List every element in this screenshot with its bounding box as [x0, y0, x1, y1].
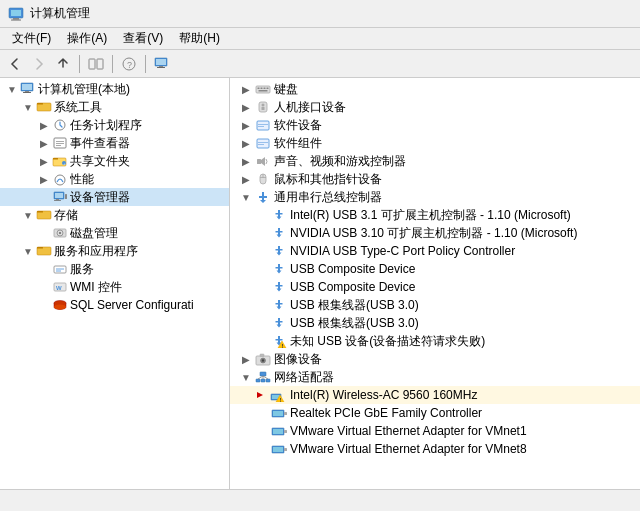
r-toggle-usb-controller[interactable]: ▼: [238, 189, 254, 205]
svg-rect-10: [159, 66, 163, 67]
toggle-device[interactable]: [36, 189, 52, 205]
r-toggle-sound[interactable]: ▶: [238, 153, 254, 169]
tree-item-sql[interactable]: SQL Server Configurati: [0, 296, 229, 314]
r-label-keyboard: 键盘: [274, 81, 298, 98]
r-item-mouse[interactable]: ▶ 鼠标和其他指针设备: [230, 170, 640, 188]
toggle-tasks[interactable]: ▶: [36, 117, 52, 133]
r-item-nvidia-typec[interactable]: NVIDIA USB Type-C Port Policy Controller: [230, 242, 640, 260]
menu-help[interactable]: 帮助(H): [171, 28, 228, 49]
svg-rect-5: [97, 59, 103, 69]
r-toggle-hid[interactable]: ▶: [238, 99, 254, 115]
wmi-icon: W: [52, 279, 68, 295]
r-item-intel-wireless[interactable]: ! Intel(R) Wireless-AC 9560 160MHz: [230, 386, 640, 404]
toggle-perf[interactable]: ▶: [36, 171, 52, 187]
r-item-software[interactable]: ▶ 软件设备: [230, 116, 640, 134]
svg-point-44: [54, 305, 66, 310]
r-toggle-nvidia-typec: [254, 243, 270, 259]
computer-icon-button[interactable]: [151, 53, 173, 75]
svg-rect-81: [273, 411, 283, 416]
tree-item-perf[interactable]: ▶ 性能: [0, 170, 229, 188]
r-item-camera[interactable]: ▶ 图像设备: [230, 350, 640, 368]
label-tasks: 任务计划程序: [70, 117, 142, 134]
toggle-services[interactable]: ▼: [20, 243, 36, 259]
show-hide-console-button[interactable]: [85, 53, 107, 75]
r-item-realtek[interactable]: Realtek PCIe GbE Family Controller: [230, 404, 640, 422]
menu-view[interactable]: 查看(V): [115, 28, 171, 49]
r-item-network[interactable]: ▼ 网络适配器: [230, 368, 640, 386]
r-item-hid[interactable]: ▶ 人机接口设备: [230, 98, 640, 116]
svg-rect-69: [260, 372, 266, 376]
tree-item-systemtools[interactable]: ▼ 系统工具: [0, 98, 229, 116]
svg-rect-55: [258, 124, 268, 125]
r-item-usb-controller[interactable]: ▼ 通用串行总线控制器: [230, 188, 640, 206]
tree-item-root[interactable]: ▼ 计算机管理(本地): [0, 80, 229, 98]
r-item-nvidia-usb310[interactable]: NVIDIA USB 3.10 可扩展主机控制器 - 1.10 (Microso…: [230, 224, 640, 242]
toggle-disk[interactable]: [36, 225, 52, 241]
svg-rect-58: [258, 142, 268, 143]
r-toggle-keyboard[interactable]: ▶: [238, 81, 254, 97]
r-item-usb-composite-2[interactable]: USB Composite Device: [230, 278, 640, 296]
menu-file[interactable]: 文件(F): [4, 28, 59, 49]
toggle-storage[interactable]: ▼: [20, 207, 36, 223]
svg-rect-70: [256, 379, 260, 382]
back-button[interactable]: [4, 53, 26, 75]
toggle-root[interactable]: ▼: [4, 81, 20, 97]
r-item-vmnet1[interactable]: VMware Virtual Ethernet Adapter for VMne…: [230, 422, 640, 440]
svg-rect-34: [37, 211, 43, 213]
svg-rect-82: [284, 412, 287, 415]
svg-rect-14: [25, 91, 29, 92]
r-item-intel-usb31[interactable]: Intel(R) USB 3.1 可扩展主机控制器 - 1.10 (Micros…: [230, 206, 640, 224]
r-label-nvidia-typec: NVIDIA USB Type-C Port Policy Controller: [290, 244, 515, 258]
label-perf: 性能: [70, 171, 94, 188]
help-button[interactable]: ?: [118, 53, 140, 75]
r-toggle-software[interactable]: ▶: [238, 117, 254, 133]
svg-rect-4: [89, 59, 95, 69]
r-item-usb-unknown[interactable]: ! 未知 USB 设备(设备描述符请求失败): [230, 332, 640, 350]
r-item-usb-hub-2[interactable]: USB 根集线器(USB 3.0): [230, 314, 640, 332]
mouse-icon: [254, 171, 272, 187]
r-toggle-usb-unknown: [254, 333, 270, 349]
tree-item-storage[interactable]: ▼ 存储: [0, 206, 229, 224]
r-label-sound: 声音、视频和游戏控制器: [274, 153, 406, 170]
r-toggle-vmnet1: [254, 423, 270, 439]
tree-item-services[interactable]: ▼ 服务和应用程序: [0, 242, 229, 260]
tree-item-disk[interactable]: 磁盘管理: [0, 224, 229, 242]
label-services: 服务和应用程序: [54, 243, 138, 260]
toggle-systemtools[interactable]: ▼: [20, 99, 36, 115]
r-item-keyboard[interactable]: ▶ 键盘: [230, 80, 640, 98]
toggle-service[interactable]: [36, 261, 52, 277]
forward-button[interactable]: [28, 53, 50, 75]
r-toggle-usb-composite-2: [254, 279, 270, 295]
menu-action[interactable]: 操作(A): [59, 28, 115, 49]
r-toggle-network[interactable]: ▼: [238, 369, 254, 385]
right-pane[interactable]: ▶ 键盘 ▶: [230, 78, 640, 489]
r-item-sound[interactable]: ▶ 声音、视频和游戏控制器: [230, 152, 640, 170]
tree-item-service[interactable]: 服务: [0, 260, 229, 278]
r-item-usb-composite-1[interactable]: USB Composite Device: [230, 260, 640, 278]
toolbar-separator: [79, 55, 80, 73]
left-pane[interactable]: ▼ 计算机管理(本地) ▼ 系统工具: [0, 78, 230, 489]
r-label-hid: 人机接口设备: [274, 99, 346, 116]
usb-composite-2-icon: [270, 279, 288, 295]
r-item-vmnet8[interactable]: VMware Virtual Ethernet Adapter for VMne…: [230, 440, 640, 458]
r-toggle-softwarecomp[interactable]: ▶: [238, 135, 254, 151]
svg-rect-59: [258, 144, 264, 145]
r-toggle-camera[interactable]: ▶: [238, 351, 254, 367]
label-disk: 磁盘管理: [70, 225, 118, 242]
toggle-events[interactable]: ▶: [36, 135, 52, 151]
tree-item-device[interactable]: 设备管理器: [0, 188, 229, 206]
r-toggle-mouse[interactable]: ▶: [238, 171, 254, 187]
toggle-sql[interactable]: [36, 297, 52, 313]
toggle-wmi[interactable]: [36, 279, 52, 295]
tree-item-wmi[interactable]: W WMI 控件: [0, 278, 229, 296]
r-item-softwarecomp[interactable]: ▶ 软件组件: [230, 134, 640, 152]
toggle-shared[interactable]: ▶: [36, 153, 52, 169]
sound-icon: [254, 153, 272, 169]
svg-rect-68: [260, 354, 264, 357]
tree-item-shared[interactable]: ▶ + 共享文件夹: [0, 152, 229, 170]
r-item-usb-hub-1[interactable]: USB 根集线器(USB 3.0): [230, 296, 640, 314]
up-button[interactable]: [52, 53, 74, 75]
tree-item-events[interactable]: ▶ 事件查看器: [0, 134, 229, 152]
usb-device-icon: [270, 207, 288, 223]
tree-item-tasks[interactable]: ▶ 任务计划程序: [0, 116, 229, 134]
